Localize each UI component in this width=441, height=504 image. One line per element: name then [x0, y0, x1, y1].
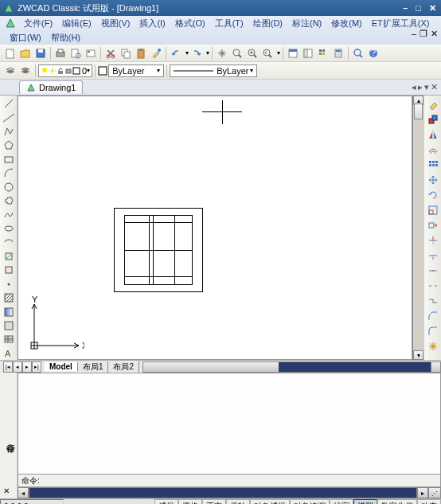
copy-button[interactable] — [119, 46, 133, 61]
hscroll-thumb[interactable] — [143, 362, 279, 372]
tool-palette-button[interactable] — [316, 46, 330, 61]
tab-model[interactable]: Model — [45, 362, 78, 371]
help-button[interactable]: ? — [366, 46, 381, 61]
cmd-scroll-left-button[interactable]: ◂ — [18, 487, 29, 498]
rectangle-button[interactable] — [2, 153, 16, 166]
tab-first-button[interactable]: |◂ — [3, 361, 13, 373]
cmd-horizontal-scrollbar[interactable] — [29, 487, 417, 498]
doc-restore-button[interactable]: ❐ — [420, 29, 427, 39]
color-combo[interactable]: ByLayer ▾ — [108, 64, 164, 77]
print-button[interactable] — [53, 46, 68, 61]
layer-states-button[interactable] — [18, 64, 33, 78]
construction-line-button[interactable] — [2, 111, 16, 123]
table-button[interactable] — [2, 333, 16, 346]
array-button[interactable] — [426, 158, 440, 171]
break-at-point-button[interactable] — [426, 264, 440, 277]
undo-dropdown[interactable]: ▾ — [185, 49, 189, 57]
command-panel-close-button[interactable]: ✕ — [3, 486, 10, 495]
menu-draw[interactable]: 绘图(D) — [248, 17, 287, 30]
status-snap-button[interactable]: 捕捉 — [154, 499, 178, 504]
command-input[interactable] — [43, 475, 440, 486]
make-block-button[interactable] — [2, 264, 16, 276]
undo-button[interactable] — [169, 46, 183, 61]
tab-layout2[interactable]: 布局2 — [108, 361, 139, 373]
hatch-button[interactable] — [2, 291, 16, 304]
circle-button[interactable] — [2, 181, 16, 193]
redo-dropdown[interactable]: ▾ — [206, 49, 209, 57]
status-ortho-button[interactable]: 正交 — [202, 499, 226, 504]
tab-menu-button[interactable]: ▾ — [424, 82, 429, 92]
menu-help[interactable]: 帮助(H) — [46, 31, 85, 45]
tab-next-button[interactable]: ▸ — [22, 361, 32, 373]
stretch-button[interactable] — [426, 218, 440, 232]
layer-properties-button[interactable] — [3, 64, 18, 78]
layer-combo[interactable]: 0 ▾ — [38, 64, 92, 77]
region-button[interactable] — [2, 319, 16, 332]
save-button[interactable] — [33, 46, 48, 61]
maximize-button[interactable]: □ — [414, 3, 423, 14]
move-button[interactable] — [426, 173, 440, 186]
explode-button[interactable] — [426, 339, 440, 353]
join-button[interactable] — [426, 294, 440, 307]
status-lineweight-button[interactable]: 线宽 — [330, 499, 353, 504]
properties-button[interactable] — [286, 46, 300, 61]
status-osnap-button[interactable]: 对象捕捉 — [250, 499, 290, 504]
fillet-button[interactable] — [426, 324, 440, 338]
cmd-scroll-right-button[interactable]: ▸ — [417, 487, 428, 498]
menu-view[interactable]: 视图(V) — [96, 17, 135, 30]
arc-button[interactable] — [2, 166, 16, 179]
zoom-previous-button[interactable] — [260, 46, 275, 61]
extend-button[interactable] — [426, 248, 440, 262]
new-button[interactable] — [3, 46, 18, 61]
tab-next-button[interactable]: ▸ — [418, 82, 423, 92]
menu-window[interactable]: 窗口(W) — [5, 31, 46, 45]
mtext-button[interactable]: A — [2, 347, 16, 360]
publish-button[interactable] — [84, 46, 98, 61]
zoom-window-button[interactable] — [245, 46, 260, 61]
scroll-down-button[interactable]: ▾ — [413, 350, 423, 360]
pan-button[interactable] — [215, 46, 229, 61]
menu-edit[interactable]: 编辑(E) — [57, 17, 96, 30]
rotate-button[interactable] — [426, 188, 440, 201]
point-button[interactable] — [2, 277, 16, 290]
tab-layout1[interactable]: 布局1 — [78, 361, 109, 373]
revision-cloud-button[interactable] — [2, 194, 16, 207]
print-preview-button[interactable] — [68, 46, 83, 61]
open-button[interactable] — [18, 46, 33, 61]
menu-dimension[interactable]: 标注(N) — [287, 17, 326, 30]
design-center-button[interactable] — [301, 46, 315, 61]
break-button[interactable] — [426, 279, 440, 292]
horizontal-scrollbar[interactable] — [142, 361, 441, 373]
linetype-combo[interactable]: ByLayer ▾ — [170, 64, 257, 77]
paste-button[interactable] — [134, 46, 148, 61]
copy-obj-button[interactable] — [426, 112, 440, 126]
menu-tools[interactable]: 工具(T) — [210, 17, 248, 30]
zoom-dropdown[interactable]: ▾ — [277, 49, 280, 57]
vertical-scrollbar[interactable]: ▴ ▾ — [412, 96, 423, 360]
menu-format[interactable]: 格式(O) — [170, 17, 210, 30]
doc-close-button[interactable]: ✕ — [431, 29, 438, 39]
tab-close-button[interactable]: ✕ — [431, 82, 438, 92]
minimize-button[interactable]: – — [401, 3, 409, 14]
tab-last-button[interactable]: ▸| — [32, 361, 41, 373]
cmd-resize-grip[interactable]: ⋰ — [428, 487, 441, 498]
cut-button[interactable] — [103, 46, 118, 61]
command-history[interactable] — [18, 373, 441, 475]
status-polar-button[interactable]: 极轴 — [226, 499, 250, 504]
redo-button[interactable] — [189, 46, 204, 61]
status-grid-button[interactable]: 栅格 — [178, 499, 202, 504]
polyline-button[interactable] — [2, 125, 16, 138]
insert-block-button[interactable] — [2, 250, 16, 263]
scroll-thumb[interactable] — [414, 104, 423, 119]
scale-button[interactable] — [426, 203, 440, 217]
calc-button[interactable] — [331, 46, 345, 61]
erase-button[interactable] — [426, 97, 440, 111]
layer-dropdown-arrow[interactable]: ▾ — [87, 67, 90, 74]
menu-modify[interactable]: 修改(M) — [326, 17, 367, 30]
polygon-button[interactable] — [2, 139, 16, 151]
ellipse-arc-button[interactable] — [2, 236, 16, 248]
ellipse-button[interactable] — [2, 222, 16, 235]
hscroll-right-button[interactable] — [431, 362, 440, 372]
status-dyn-button[interactable]: 动态 — [417, 499, 441, 504]
tab-prev-button[interactable]: ◂ — [13, 361, 22, 373]
